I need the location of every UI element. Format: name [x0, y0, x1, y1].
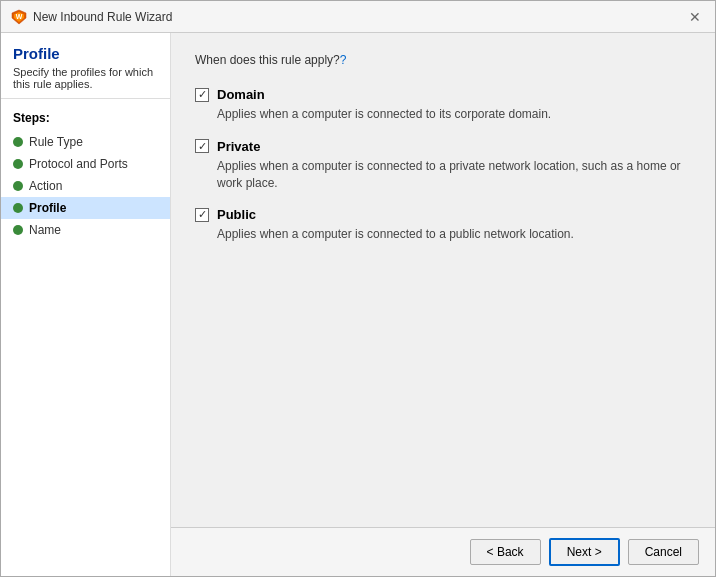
domain-label: Domain — [217, 87, 265, 102]
app-icon: W — [11, 9, 27, 25]
step-dot-action — [13, 181, 23, 191]
back-button[interactable]: < Back — [470, 539, 541, 565]
cancel-button[interactable]: Cancel — [628, 539, 699, 565]
window-title: New Inbound Rule Wizard — [33, 10, 172, 24]
title-bar-left: W New Inbound Rule Wizard — [11, 9, 172, 25]
domain-option-header: ✓ Domain — [195, 87, 691, 102]
main-content: When does this rule apply?? ✓ Domain App… — [171, 33, 715, 527]
step-name[interactable]: Name — [1, 219, 170, 241]
step-label-rule-type: Rule Type — [29, 135, 83, 149]
wizard-title: Profile — [13, 45, 158, 62]
private-option-header: ✓ Private — [195, 139, 691, 154]
private-option-group: ✓ Private Applies when a computer is con… — [195, 139, 691, 192]
step-profile[interactable]: Profile — [1, 197, 170, 219]
domain-checkbox[interactable]: ✓ — [195, 88, 209, 102]
step-action[interactable]: Action — [1, 175, 170, 197]
step-rule-type[interactable]: Rule Type — [1, 131, 170, 153]
help-link[interactable]: ? — [340, 53, 347, 67]
svg-text:W: W — [16, 13, 23, 20]
left-header: Profile Specify the profiles for which t… — [1, 33, 170, 99]
private-label: Private — [217, 139, 260, 154]
content-area: Profile Specify the profiles for which t… — [1, 33, 715, 576]
step-dot-profile — [13, 203, 23, 213]
wizard-window: W New Inbound Rule Wizard ✕ Profile Spec… — [0, 0, 716, 577]
step-label-action: Action — [29, 179, 62, 193]
step-dot-name — [13, 225, 23, 235]
domain-description: Applies when a computer is connected to … — [217, 106, 691, 123]
public-checkbox[interactable]: ✓ — [195, 208, 209, 222]
steps-heading: Steps: — [1, 107, 170, 131]
domain-option-group: ✓ Domain Applies when a computer is conn… — [195, 87, 691, 123]
step-label-protocol-ports: Protocol and Ports — [29, 157, 128, 171]
public-description: Applies when a computer is connected to … — [217, 226, 691, 243]
left-panel: Profile Specify the profiles for which t… — [1, 33, 171, 576]
right-panel: When does this rule apply?? ✓ Domain App… — [171, 33, 715, 576]
private-description: Applies when a computer is connected to … — [217, 158, 691, 192]
private-checkbox[interactable]: ✓ — [195, 139, 209, 153]
step-protocol-ports[interactable]: Protocol and Ports — [1, 153, 170, 175]
steps-list: Steps: Rule Type Protocol and Ports Acti… — [1, 99, 170, 576]
wizard-subtitle: Specify the profiles for which this rule… — [13, 66, 158, 90]
title-bar: W New Inbound Rule Wizard ✕ — [1, 1, 715, 33]
bottom-bar: < Back Next > Cancel — [171, 527, 715, 576]
next-button[interactable]: Next > — [549, 538, 620, 566]
question-text: When does this rule apply?? — [195, 53, 691, 67]
step-dot-rule-type — [13, 137, 23, 147]
step-label-name: Name — [29, 223, 61, 237]
public-option-header: ✓ Public — [195, 207, 691, 222]
step-label-profile: Profile — [29, 201, 66, 215]
step-dot-protocol-ports — [13, 159, 23, 169]
close-button[interactable]: ✕ — [685, 7, 705, 27]
public-option-group: ✓ Public Applies when a computer is conn… — [195, 207, 691, 243]
public-label: Public — [217, 207, 256, 222]
